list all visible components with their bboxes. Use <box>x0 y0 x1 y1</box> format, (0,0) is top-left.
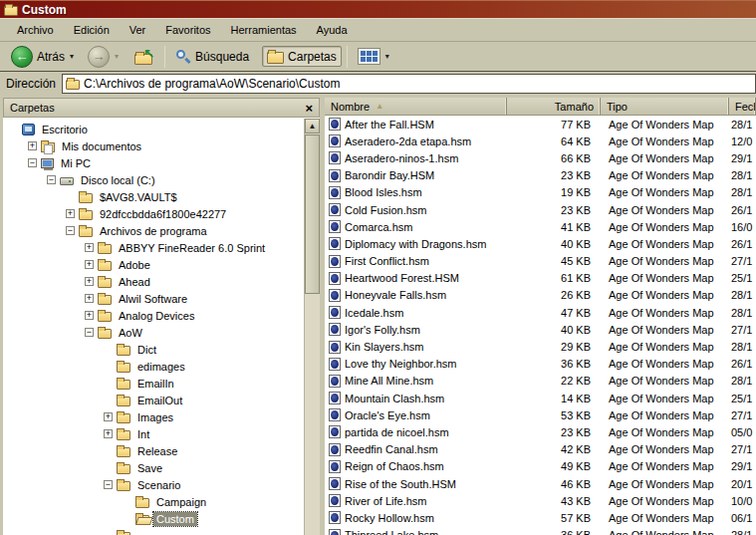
views-dropdown-icon[interactable]: ▾ <box>385 52 389 61</box>
tree-item-ahead[interactable]: +Ahead <box>3 273 320 290</box>
file-row[interactable]: Barondir Bay.HSM23 KBAge Of Wonders Map2… <box>325 167 756 184</box>
tree-item-adobe[interactable]: +Adobe <box>3 256 320 273</box>
file-row[interactable]: First Conflict.hsm45 KBAge Of Wonders Ma… <box>325 253 756 270</box>
file-row[interactable]: Thinreed Lake.hsm36 KBAge Of Wonders Map… <box>325 527 756 535</box>
plus-expander-icon[interactable]: + <box>104 429 113 438</box>
file-row[interactable]: Honeyvale Falls.hsm26 KBAge Of Wonders M… <box>325 287 756 304</box>
scrollbar-thumb[interactable] <box>305 134 320 294</box>
tree-item-emailin[interactable]: EmailIn <box>3 375 320 392</box>
file-row[interactable]: Rise of the South.HSM46 KBAge Of Wonders… <box>325 475 756 492</box>
file-row[interactable]: Rocky Hollow.hsm57 KBAge Of Wonders Map0… <box>325 509 756 526</box>
scroll-up-icon[interactable]: ▲ <box>305 119 320 134</box>
plus-expander-icon[interactable]: + <box>66 209 75 218</box>
file-row[interactable]: Oracle's Eye.hsm53 KBAge Of Wonders Map2… <box>325 406 756 423</box>
plus-expander-icon[interactable]: + <box>28 141 37 150</box>
back-button[interactable]: ← Atrás ▾ <box>6 43 79 71</box>
file-row[interactable]: Heartwood Forest.HSM61 KBAge Of Wonders … <box>325 270 756 287</box>
tree-item-campaign[interactable]: Campaign <box>3 493 320 510</box>
address-bar: Dirección C:\Archivos de programa\AoW\Sc… <box>0 72 756 98</box>
tree-item-custom[interactable]: Custom <box>3 510 320 527</box>
file-row[interactable]: Icedale.hsm47 KBAge Of Wonders Map28/1 <box>325 304 756 321</box>
menu-item-edici-n[interactable]: Edición <box>65 21 119 39</box>
tree-item-mis-documentos[interactable]: +Mis documentos <box>3 137 320 154</box>
file-row[interactable]: Comarca.hsm41 KBAge Of Wonders Map16/0 <box>325 218 756 235</box>
tree-item-disco-local-c[interactable]: −Disco local (C:) <box>3 171 320 188</box>
tree-item-int[interactable]: +Int <box>3 425 320 442</box>
plus-expander-icon[interactable]: + <box>85 260 94 269</box>
plus-expander-icon[interactable]: + <box>104 412 113 421</box>
tree-item-scenario[interactable]: −Scenario <box>3 476 320 493</box>
file-date-cell: 27/1 <box>729 324 756 336</box>
column-header-fech[interactable]: Fech <box>729 98 756 115</box>
menu-item-favoritos[interactable]: Favoritos <box>156 21 219 39</box>
file-row[interactable]: Cold Fusion.hsm23 KBAge Of Wonders Map26… <box>325 201 756 218</box>
file-row[interactable]: Aseradero-ninos-1.hsm66 KBAge Of Wonders… <box>325 149 756 166</box>
file-date-cell: 28/1 <box>729 307 756 319</box>
file-row[interactable]: Igor's Folly.hsm40 KBAge Of Wonders Map2… <box>325 321 756 338</box>
file-date-cell: 28/1 <box>729 375 756 387</box>
plus-expander-icon[interactable]: + <box>85 277 94 286</box>
tree-item-images[interactable]: +Images <box>3 408 320 425</box>
close-icon[interactable]: × <box>305 102 313 115</box>
forward-button[interactable]: → ▾ <box>83 43 124 71</box>
file-row[interactable]: Diplomacy with Dragons.hsm40 KBAge Of Wo… <box>325 235 756 252</box>
tree-item-release[interactable]: Release <box>3 442 320 459</box>
tree-item-92dfccbdda6f1800e42277[interactable]: +92dfccbdda6f1800e42277 <box>3 205 320 222</box>
file-row[interactable]: Love thy Neighbor.hsm36 KBAge Of Wonders… <box>325 356 756 373</box>
menu-item-ver[interactable]: Ver <box>121 21 155 39</box>
file-row[interactable]: River of Life.hsm43 KBAge Of Wonders Map… <box>325 492 756 509</box>
file-row[interactable]: partida de nicoel.hsm23 KBAge Of Wonders… <box>325 423 756 440</box>
file-date-cell: 27/1 <box>729 443 756 455</box>
tree-item-mi-pc[interactable]: −Mi PC <box>3 154 320 171</box>
tree-item-analog-devices[interactable]: +Analog Devices <box>3 307 320 324</box>
plus-expander-icon[interactable]: + <box>85 294 94 303</box>
file-row[interactable]: Aseradero-2da etapa.hsm64 KBAge Of Wonde… <box>325 133 756 149</box>
file-row[interactable]: Reedfin Canal.hsm42 KBAge Of Wonders Map… <box>325 441 756 458</box>
file-row[interactable]: Kin Slayers.hsm29 KBAge Of Wonders Map28… <box>325 338 756 355</box>
tree-item-edimages[interactable]: edimages <box>3 358 320 375</box>
minus-expander-icon[interactable]: − <box>66 226 75 235</box>
tree-item-aow[interactable]: −AoW <box>3 324 320 341</box>
minus-expander-icon[interactable]: − <box>104 480 113 489</box>
tree-item-partial[interactable] <box>3 527 320 535</box>
file-date-cell: 26/1 <box>729 204 756 216</box>
tree-item-escritorio[interactable]: Escritorio <box>3 121 320 137</box>
tree-item-label: Ahead <box>116 275 153 289</box>
file-row[interactable]: Blood Isles.hsm19 KBAge Of Wonders Map28… <box>325 184 756 201</box>
file-row[interactable]: Reign of Chaos.hsm49 KBAge Of Wonders Ma… <box>325 458 756 475</box>
file-size-cell: 57 KB <box>507 512 601 524</box>
column-header-nombre[interactable]: Nombre▲ <box>325 98 507 115</box>
tree-scrollbar[interactable]: ▲ <box>304 119 320 535</box>
minus-expander-icon[interactable]: − <box>28 158 37 167</box>
tree-item-emailout[interactable]: EmailOut <box>3 392 320 408</box>
file-row[interactable]: After the Fall.HSM77 KBAge Of Wonders Ma… <box>325 116 756 133</box>
forward-dropdown-icon[interactable]: ▾ <box>115 52 119 61</box>
file-name-cell: partida de nicoel.hsm <box>325 425 507 438</box>
address-input[interactable]: C:\Archivos de programa\AoW\Scenario\Cus… <box>62 74 756 94</box>
column-header-tama-o[interactable]: Tamaño <box>507 98 601 115</box>
menu-item-archivo[interactable]: Archivo <box>8 21 63 39</box>
menu-item-ayuda[interactable]: Ayuda <box>308 21 357 39</box>
file-row[interactable]: Mountain Clash.hsm14 KBAge Of Wonders Ma… <box>325 390 756 406</box>
folders-button[interactable]: Carpetas <box>262 46 342 67</box>
plus-expander-icon[interactable]: + <box>85 311 94 320</box>
back-dropdown-icon[interactable]: ▾ <box>70 52 74 61</box>
menu-item-herramientas[interactable]: Herramientas <box>222 21 306 39</box>
views-button[interactable]: ▾ <box>353 45 394 68</box>
file-size-cell: 77 KB <box>507 119 601 131</box>
plus-expander-icon[interactable]: + <box>85 243 94 252</box>
up-button[interactable]: ↖ <box>129 46 159 68</box>
file-row[interactable]: Mine All Mine.hsm22 KBAge Of Wonders Map… <box>325 373 756 390</box>
tree-item-save[interactable]: Save <box>3 459 320 476</box>
tree-item-label: Scenario <box>134 478 183 492</box>
tree-item-alwil-software[interactable]: +Alwil Software <box>3 290 320 307</box>
file-date-cell: 05/0 <box>729 426 756 438</box>
minus-expander-icon[interactable]: − <box>85 328 94 337</box>
tree-item-avg8-vault[interactable]: $AVG8.VAULT$ <box>3 188 320 205</box>
column-header-tipo[interactable]: Tipo <box>601 98 729 115</box>
tree-item-abbyy-finereader-6-0-sprint[interactable]: +ABBYY FineReader 6.0 Sprint <box>3 239 320 256</box>
tree-item-dict[interactable]: Dict <box>3 341 320 358</box>
search-button[interactable]: Búsqueda <box>170 46 254 68</box>
minus-expander-icon[interactable]: − <box>47 175 56 184</box>
tree-item-archivos-de-programa[interactable]: −Archivos de programa <box>3 222 320 239</box>
